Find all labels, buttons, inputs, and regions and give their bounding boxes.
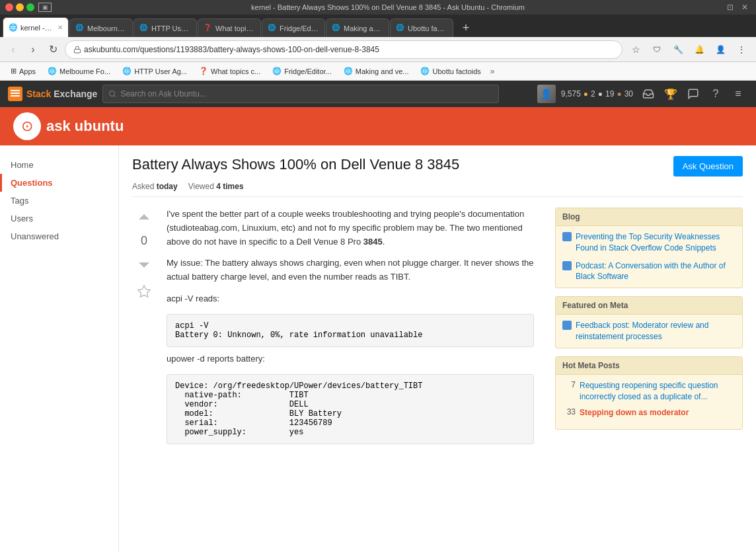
vote-cell: 0	[132, 208, 156, 450]
featured-meta-item-1: Feedback post: Moderator review and rein…	[562, 320, 736, 342]
favorite-btn[interactable]	[132, 280, 156, 303]
help-icon[interactable]: ?	[706, 84, 726, 104]
active-tab[interactable]: 🌐 kernel - Battery... ✕	[3, 17, 69, 37]
back-btn[interactable]: ‹	[5, 42, 21, 58]
new-tab-btn[interactable]: +	[457, 19, 475, 37]
window-min-btn[interactable]	[16, 3, 24, 11]
gold-badge-indicator: ●	[584, 89, 588, 99]
au-logo[interactable]: ⊙ ask ubuntu	[13, 112, 124, 140]
hot-meta-link-2[interactable]: Stepping down as moderator	[580, 407, 689, 418]
close-btn[interactable]: ✕	[739, 3, 751, 12]
silver-badge-indicator: ●	[598, 89, 603, 99]
bookmark-item[interactable]: 🌐 Melbourne Fo...	[42, 65, 116, 77]
sidebar-item-tags[interactable]: Tags	[0, 192, 118, 210]
svg-line-5	[114, 95, 116, 97]
tab-label: Melbourne Fo...	[87, 24, 127, 32]
bookmark-favicon: 🌐	[48, 67, 57, 75]
tab-favicon: 🌐	[75, 24, 85, 33]
extension-btn2[interactable]: 🔧	[669, 40, 687, 59]
tab-item[interactable]: 🌐 Melbourne Fo...	[69, 19, 133, 37]
blog-link-2[interactable]: Podcast: A Conversation with the Author …	[576, 260, 736, 283]
sidebar-item-home[interactable]: Home	[0, 156, 118, 174]
viewed-label: Viewed 4 times	[188, 182, 244, 191]
question-title: Battery Always Shows 100% on Dell Venue …	[132, 156, 660, 173]
tab-item[interactable]: 🌐 Fridge/Editor...	[262, 19, 325, 37]
browser-action-icons: ☆ 🛡 🔧 🔔 👤 ⋮	[626, 40, 751, 59]
extension-btn1[interactable]: 🛡	[648, 40, 666, 59]
address-bar[interactable]: askubuntu.com/questions/1193883/battery-…	[65, 40, 623, 59]
question-meta: Asked today Viewed 4 times	[132, 182, 743, 197]
window-close-btn[interactable]	[5, 3, 13, 11]
restore-btn[interactable]: ⊡	[724, 3, 736, 12]
bookmarks-more-btn[interactable]: »	[488, 65, 498, 77]
bookmark-item[interactable]: 🌐 Making and ve...	[338, 65, 414, 77]
browser-titlebar: ▣ kernel - Battery Always Shows 100% on …	[0, 0, 756, 15]
browser-title: kernel - Battery Always Shows 100% on De…	[56, 3, 720, 11]
svg-marker-6	[138, 286, 150, 297]
hot-meta-header: Hot Meta Posts	[556, 357, 742, 375]
window-controls[interactable]	[5, 3, 34, 11]
bookmark-apps[interactable]: ⊞ Apps	[5, 65, 41, 77]
bronze-badge-count: 30	[624, 89, 633, 99]
bookmark-item[interactable]: 🌐 Ubottu factoids	[415, 65, 486, 77]
blog-item-1: Preventing the Top Security Weaknesses F…	[562, 231, 736, 254]
reputation-score: 9,575	[561, 89, 581, 99]
bookmark-label: What topics c...	[211, 67, 260, 75]
bookmarks-bar: ⊞ Apps 🌐 Melbourne Fo... 🌐 HTTP User Ag.…	[0, 62, 756, 81]
window-max-btn[interactable]	[26, 3, 34, 11]
user-avatar[interactable]: 👤	[537, 85, 556, 103]
hot-meta-link-1[interactable]: Requesting reopening specific question i…	[580, 380, 736, 403]
featured-meta-link-1[interactable]: Feedback post: Moderator review and rein…	[576, 320, 736, 342]
reload-btn[interactable]: ↻	[45, 42, 61, 58]
bookmark-label: Making and ve...	[356, 67, 409, 75]
tab-label: kernel - Battery...	[20, 24, 52, 32]
browser-window-buttons[interactable]: ⊡ ✕	[724, 3, 751, 12]
hot-meta-item-1: 7 Requesting reopening specific question…	[562, 380, 736, 403]
downvote-btn[interactable]	[132, 251, 156, 274]
search-input[interactable]	[120, 89, 493, 99]
search-icon	[108, 90, 116, 98]
sidebar-item-questions[interactable]: Questions	[0, 174, 118, 192]
ubuntu-circle-icon: ⊙	[21, 118, 33, 135]
sidebar-item-users[interactable]: Users	[0, 210, 118, 227]
blog-widget-header: Blog	[556, 208, 742, 226]
bookmark-favicon: 🌐	[420, 67, 430, 75]
bookmark-btn[interactable]: ☆	[626, 40, 645, 59]
forward-btn[interactable]: ›	[25, 42, 41, 58]
tab-item[interactable]: ❓ What topics c...	[198, 19, 261, 37]
tab-favicon: 🌐	[9, 23, 18, 32]
avatar-image: 👤	[537, 85, 556, 103]
inbox-icon[interactable]	[638, 84, 658, 104]
bookmark-item[interactable]: 🌐 HTTP User Ag...	[117, 65, 192, 77]
menu-btn[interactable]: ⋮	[732, 40, 751, 59]
tab-close-btn[interactable]: ✕	[57, 24, 63, 31]
browser-navbar: ‹ › ↻ askubuntu.com/questions/1193883/ba…	[0, 37, 756, 62]
upvote-btn[interactable]	[132, 208, 156, 231]
asked-value: today	[157, 182, 178, 191]
bookmark-item[interactable]: ❓ What topics c...	[194, 65, 266, 77]
ask-question-button[interactable]: Ask Question	[673, 156, 743, 177]
profile-btn[interactable]: 👤	[711, 40, 730, 59]
tab-item[interactable]: 🌐 HTTP User Ag...	[133, 19, 197, 37]
tab-favicon: 🌐	[332, 24, 341, 33]
tab-item[interactable]: 🌐 Ubottu factoids	[390, 19, 453, 37]
blog-icon-2	[562, 261, 572, 270]
bookmark-label: Apps	[19, 67, 36, 75]
blog-link-1[interactable]: Preventing the Top Security Weaknesses F…	[576, 231, 736, 254]
url-text: askubuntu.com/questions/1193883/battery-…	[84, 45, 379, 54]
bookmark-favicon: 🌐	[122, 67, 132, 75]
sidebar-item-unanswered[interactable]: Unanswered	[0, 227, 118, 245]
extension-btn3[interactable]: 🔔	[690, 40, 708, 59]
au-logo-circle: ⊙	[13, 112, 41, 140]
achievements-icon[interactable]: 🏆	[661, 84, 681, 104]
tab-favicon: 🌐	[139, 24, 149, 33]
review-icon[interactable]	[683, 84, 703, 104]
se-logo[interactable]: Stack Exchange	[8, 87, 97, 101]
bookmark-item[interactable]: 🌐 Fridge/Editor...	[267, 65, 337, 77]
featured-meta-widget: Featured on Meta Feedback post: Moderato…	[555, 296, 743, 348]
se-search-container[interactable]	[102, 85, 499, 103]
post-text-2: My issue: The battery always shows charg…	[167, 256, 534, 284]
hamburger-icon[interactable]: ≡	[728, 84, 748, 104]
tab-item[interactable]: 🌐 Making and ve...	[326, 19, 389, 37]
featured-meta-icon-1	[562, 321, 572, 330]
